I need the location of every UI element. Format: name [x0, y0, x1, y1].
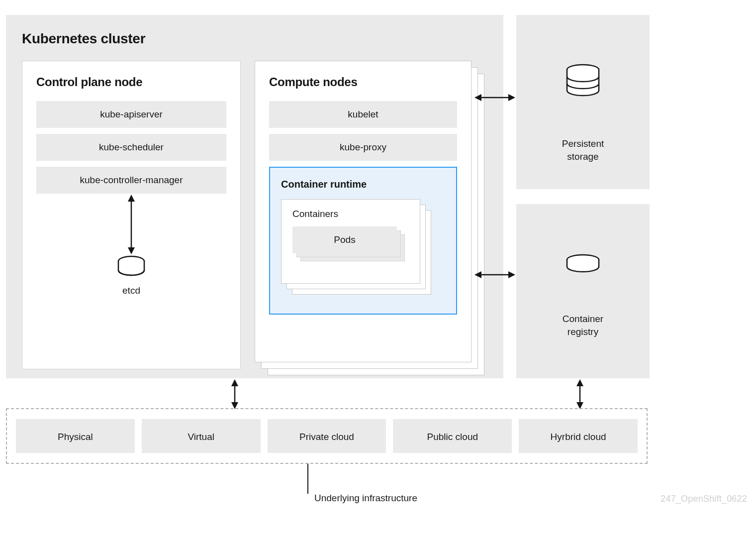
infra-item: Hyrbrid cloud	[519, 419, 638, 453]
svg-marker-2	[128, 247, 135, 254]
containers-panel: Containers Pods	[281, 199, 420, 284]
arrow-cluster-storage-icon	[474, 91, 515, 105]
compute-nodes-stack: Compute nodes kubelet kube-proxy Contain…	[255, 61, 487, 379]
pods-label: Pods	[292, 226, 397, 253]
kubernetes-cluster-box: Kubernetes cluster Control plane node ku…	[6, 15, 503, 378]
svg-marker-13	[231, 379, 238, 386]
etcd-block: etcd	[22, 255, 240, 296]
arrow-controlplane-etcd-icon	[124, 195, 138, 254]
compute-node-panel: Compute nodes kubelet kube-proxy Contain…	[255, 61, 472, 362]
container-runtime-box: Container runtime Containers Pods	[269, 167, 457, 315]
registry-label: Container registry	[516, 313, 650, 338]
infra-item: Public cloud	[393, 419, 512, 453]
svg-marker-16	[576, 379, 583, 386]
arrow-side-infra-icon	[573, 379, 587, 409]
infra-caption: Underlying infrastructure	[314, 493, 417, 504]
svg-marker-1	[128, 195, 135, 202]
compute-item: kube-proxy	[269, 134, 457, 161]
container-registry-box: Container registry	[516, 204, 650, 378]
compute-item: kubelet	[269, 101, 457, 128]
control-plane-item: kube-scheduler	[36, 134, 226, 161]
runtime-title: Container runtime	[281, 179, 445, 190]
containers-title: Containers	[292, 209, 411, 219]
svg-marker-7	[474, 94, 481, 101]
svg-marker-11	[508, 271, 515, 278]
arrow-cluster-registry-icon	[474, 268, 515, 282]
infra-leader-line-icon	[304, 464, 311, 494]
infra-item: Physical	[16, 419, 135, 453]
arrow-cluster-infra-icon	[228, 379, 242, 409]
svg-marker-10	[474, 271, 481, 278]
infra-item: Private cloud	[268, 419, 386, 453]
panels-row: Control plane node kube-apiserver kube-s…	[22, 61, 487, 379]
control-plane-item: kube-apiserver	[36, 101, 226, 128]
storage-stack-icon	[562, 64, 604, 102]
cluster-title: Kubernetes cluster	[22, 31, 487, 47]
control-plane-panel: Control plane node kube-apiserver kube-s…	[22, 61, 241, 369]
disk-icon	[562, 253, 604, 277]
storage-label: Persistent storage	[516, 137, 650, 163]
control-plane-title: Control plane node	[36, 75, 226, 89]
pods-stack: Pods	[292, 226, 411, 266]
control-plane-item: kube-controller-manager	[36, 167, 226, 194]
etcd-label: etcd	[22, 285, 240, 296]
diagram-root: Kubernetes cluster Control plane node ku…	[6, 15, 750, 533]
containers-stack: Containers Pods	[281, 199, 445, 299]
compute-title: Compute nodes	[269, 75, 457, 89]
infrastructure-box: Physical Virtual Private cloud Public cl…	[6, 408, 648, 464]
watermark-text: 247_OpenShift_0622	[661, 494, 747, 504]
svg-marker-8	[508, 94, 515, 101]
database-icon	[115, 255, 147, 280]
persistent-storage-box: Persistent storage	[516, 15, 650, 189]
infra-item: Virtual	[142, 419, 261, 453]
